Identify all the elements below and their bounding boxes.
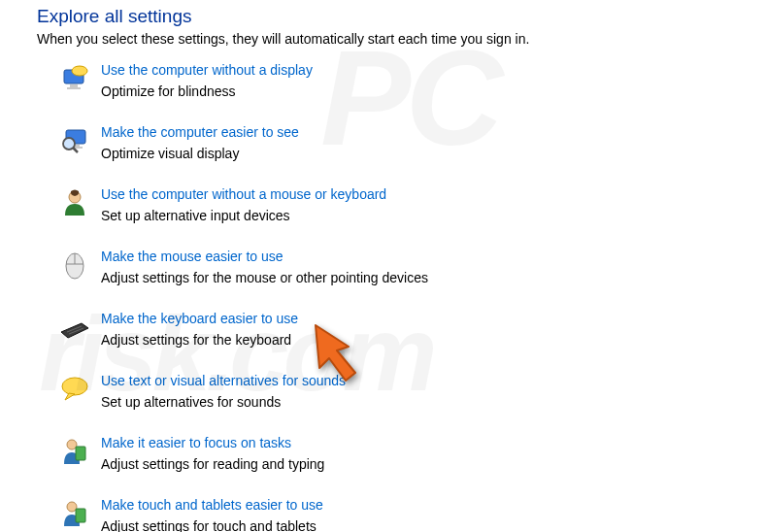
setting-desc: Set up alternative input devices xyxy=(101,206,386,225)
link-use-computer-without-mouse-keyboard[interactable]: Use the computer without a mouse or keyb… xyxy=(101,186,386,202)
link-make-mouse-easier[interactable]: Make the mouse easier to use xyxy=(101,249,283,264)
svg-rect-2 xyxy=(67,87,81,89)
mouse-icon xyxy=(54,247,95,282)
setting-desc: Adjust settings for touch and tablets xyxy=(101,516,323,532)
link-touch-tablets-easier[interactable]: Make touch and tablets easier to use xyxy=(101,497,323,513)
link-make-computer-easier-to-see[interactable]: Make the computer easier to see xyxy=(101,124,299,140)
setting-row: Make it easier to focus on tasks Adjust … xyxy=(54,433,767,474)
user-book-icon xyxy=(54,433,95,468)
svg-point-3 xyxy=(72,66,87,76)
setting-desc: Adjust settings for the mouse or other p… xyxy=(101,268,428,287)
svg-rect-17 xyxy=(76,447,85,460)
setting-row: Make the mouse easier to use Adjust sett… xyxy=(54,247,767,287)
setting-desc: Optimize for blindness xyxy=(101,82,313,101)
pointer-arrow-icon xyxy=(310,319,380,392)
svg-rect-1 xyxy=(70,84,78,87)
setting-desc: Adjust settings for reading and typing xyxy=(101,454,324,474)
link-easier-focus-tasks[interactable]: Make it easier to focus on tasks xyxy=(101,435,291,450)
link-use-computer-without-display[interactable]: Use the computer without a display xyxy=(101,62,313,78)
setting-row: Make touch and tablets easier to use Adj… xyxy=(54,495,767,532)
user-profile-icon xyxy=(54,184,95,219)
setting-desc: Optimize visual display xyxy=(101,144,299,163)
monitor-speech-icon xyxy=(54,60,95,95)
user-book-icon xyxy=(54,495,95,530)
svg-rect-19 xyxy=(76,509,85,522)
watermark-pc: PC xyxy=(320,19,497,177)
setting-row: Use the computer without a mouse or keyb… xyxy=(54,184,767,225)
monitor-magnifier-icon xyxy=(54,122,95,157)
